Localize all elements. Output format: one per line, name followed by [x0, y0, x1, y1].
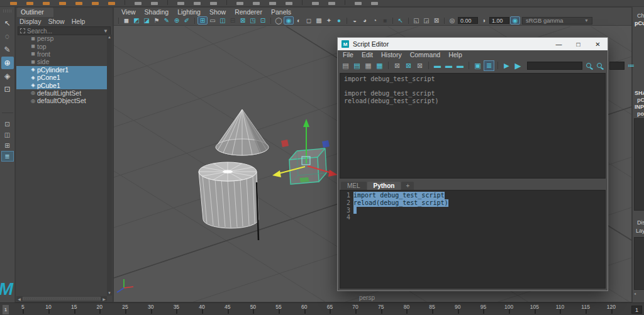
timeline-tick[interactable]: 90: [445, 303, 470, 315]
cylinder-mesh[interactable]: [199, 162, 258, 240]
gamma-icon[interactable]: ◑: [479, 17, 488, 24]
shelf-icon[interactable]: [194, 2, 201, 5]
timeline-ticks[interactable]: 5101520253035404550556065707580859095100…: [10, 303, 624, 315]
separator[interactable]: [388, 62, 389, 69]
script-editor-menu-item[interactable]: History: [381, 51, 402, 58]
viewport-menu-item[interactable]: Shading: [145, 8, 169, 16]
timeline-tick[interactable]: 15: [61, 303, 87, 315]
shelf-icon[interactable]: [43, 2, 50, 5]
resolution-gate-icon[interactable]: ◫: [218, 17, 227, 24]
timeline-tick[interactable]: 25: [113, 303, 138, 315]
line-numbers-icon[interactable]: ≣: [484, 61, 494, 70]
shelf-icon[interactable]: [177, 2, 184, 5]
snap-target-icon[interactable]: ⊕: [172, 17, 181, 24]
range-start-field[interactable]: 1: [631, 306, 642, 314]
separator[interactable]: [444, 18, 445, 24]
timeline-tick[interactable]: 65: [317, 303, 343, 315]
timeline-tick[interactable]: 100: [496, 303, 522, 315]
paint-select-tool[interactable]: ✎: [1, 43, 14, 56]
script-input-area[interactable]: 1 import debug_test_script 2 reload(debu…: [340, 190, 606, 289]
execute-selected-icon[interactable]: ▶: [502, 61, 511, 70]
shelf-icon[interactable]: [253, 2, 260, 5]
outliner-item[interactable]: ◼ persp: [16, 35, 107, 42]
timeline-tick[interactable]: 115: [573, 303, 599, 315]
shelf-icon[interactable]: [125, 0, 125, 5]
view-transform-dropdown[interactable]: sRGB gamma ▼: [522, 17, 592, 25]
layout-four-pane[interactable]: ⊞: [2, 141, 13, 150]
shelf-icon[interactable]: [59, 2, 66, 5]
code-line[interactable]: 3: [340, 207, 605, 214]
wireframe-icon[interactable]: ◯: [274, 17, 283, 24]
separator[interactable]: [497, 62, 498, 69]
scale-tool[interactable]: ⊡: [1, 83, 14, 96]
select-cursor-icon[interactable]: ↖: [396, 17, 405, 24]
shelf-icon[interactable]: [167, 0, 168, 5]
script-output-area[interactable]: import debug_test_scriptimport debug_tes…: [340, 73, 606, 179]
timeline-tick[interactable]: 10: [36, 303, 62, 315]
search-previous-icon[interactable]: [597, 63, 602, 68]
textured-icon[interactable]: ▩: [314, 17, 323, 24]
scroll-left-icon[interactable]: ◀: [16, 297, 22, 301]
shelf-icon[interactable]: [345, 0, 345, 5]
suppress-output-icon[interactable]: ▬: [444, 61, 453, 70]
viewport-menu-item[interactable]: Lighting: [177, 8, 201, 16]
shelf-icon[interactable]: [286, 2, 292, 5]
separator[interactable]: [194, 18, 195, 24]
shelf-icon[interactable]: [226, 0, 227, 5]
all-lights-icon[interactable]: ●: [335, 17, 343, 24]
viewport-menu-item[interactable]: Panels: [271, 8, 291, 16]
shelf-icon[interactable]: [210, 2, 217, 5]
save-selected-icon[interactable]: ▦: [375, 61, 384, 70]
flat-shade-icon[interactable]: ◐: [294, 17, 303, 24]
gate-mask-icon[interactable]: ⊟: [228, 17, 237, 24]
scroll-right-icon[interactable]: ▶: [101, 297, 107, 301]
default-light-icon[interactable]: ✦: [325, 17, 333, 24]
timeline-tick[interactable]: 35: [164, 303, 189, 315]
scroll-up-icon[interactable]: ▲: [107, 35, 112, 40]
script-editor-titlebar[interactable]: M Script Editor —□✕: [338, 38, 608, 50]
timeline-tick[interactable]: 80: [394, 303, 419, 315]
code-line[interactable]: 1 import debug_test_script: [340, 192, 605, 199]
toolbox-grip[interactable]: [3, 9, 12, 13]
search-next-icon[interactable]: [586, 63, 591, 68]
script-tab[interactable]: Python: [367, 182, 401, 190]
layer-list-area[interactable]: [634, 237, 644, 290]
inputs-heading-fragment[interactable]: INPU: [635, 104, 644, 110]
layout-outliner-persp[interactable]: ≣: [2, 152, 13, 161]
maximize-button[interactable]: □: [569, 38, 588, 50]
outliner-item[interactable]: ◈ pCylinder1: [16, 66, 107, 74]
current-frame-marker[interactable]: 1: [3, 305, 9, 314]
outliner-item[interactable]: ◎ defaultLightSet: [16, 89, 107, 97]
lasso-tool[interactable]: ◌: [1, 30, 14, 43]
timeline-tick[interactable]: 45: [214, 303, 240, 315]
scrollbar-thumb[interactable]: [23, 297, 101, 301]
motion-blur-icon[interactable]: ◔: [370, 17, 379, 24]
outliner-menu-item[interactable]: Help: [72, 18, 86, 25]
move-tool[interactable]: ⊕: [1, 57, 14, 69]
minimize-button[interactable]: —: [549, 38, 569, 50]
select-tool[interactable]: ↖: [1, 17, 14, 30]
layout-two-pane[interactable]: ◫: [2, 130, 13, 140]
layers-menu-fragment[interactable]: Lay: [636, 228, 644, 234]
timeline-tick[interactable]: 95: [470, 303, 496, 315]
shelf-icon[interactable]: [269, 2, 276, 5]
close-button[interactable]: ✕: [588, 38, 608, 50]
gamma-field[interactable]: [489, 17, 509, 24]
multisample-icon[interactable]: ■: [380, 17, 389, 24]
separator[interactable]: [347, 18, 347, 24]
timeline-tick[interactable]: 50: [240, 303, 266, 315]
timeline-tick[interactable]: 85: [419, 303, 445, 315]
shelf-icon[interactable]: [26, 2, 33, 5]
isolate-select-icon[interactable]: ◱: [412, 17, 421, 24]
shelf-icon[interactable]: [312, 2, 319, 5]
timeline-tick[interactable]: 30: [138, 303, 164, 315]
color-management-icon[interactable]: ◉: [511, 17, 519, 24]
bookmark-flag-icon[interactable]: ⚑: [152, 17, 161, 24]
grid-icon[interactable]: ⊞: [198, 17, 207, 24]
viewport-camera-icon[interactable]: ◼: [122, 17, 131, 24]
history-outline-icon[interactable]: ≔: [626, 61, 636, 70]
clear-all-icon[interactable]: ⊠: [415, 61, 425, 70]
annotate-pencil-icon[interactable]: ✐: [182, 17, 191, 24]
timeline-tick[interactable]: 120: [598, 303, 624, 315]
cone-mesh[interactable]: [216, 109, 269, 155]
